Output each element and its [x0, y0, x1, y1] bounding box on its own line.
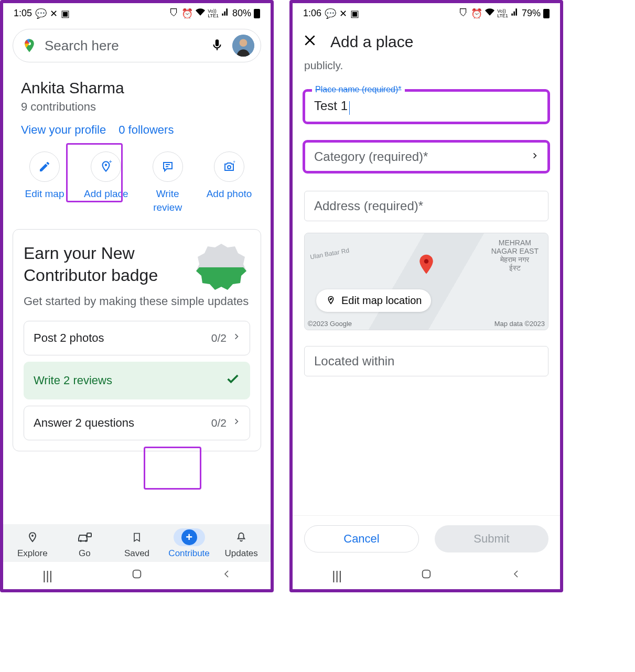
footer-buttons: Cancel Submit [293, 515, 560, 562]
chat-icon: 💬 [35, 8, 47, 19]
action-row: Edit map + Add place Write review + Add … [3, 142, 271, 220]
map-data-label: Map data ©2023 [494, 320, 545, 328]
map-copyright: ©2023 Google [308, 320, 352, 328]
add-photo-button[interactable]: + Add photo [203, 151, 255, 214]
map-pin-icon [417, 254, 435, 279]
add-place-header: Add a place [293, 23, 560, 59]
svg-point-8 [80, 540, 82, 542]
address-placeholder: Address (required)* [314, 199, 423, 213]
nav-saved[interactable]: Saved [114, 528, 159, 559]
google-maps-logo-icon [21, 38, 37, 53]
form-area: Place name (required)* Test 1 Category (… [293, 79, 560, 515]
highlight-add-place [66, 143, 123, 202]
profile-avatar[interactable] [232, 35, 254, 57]
nav-label: Updates [225, 548, 258, 559]
edit-location-label: Edit map location [341, 295, 422, 307]
submit-button[interactable]: Submit [435, 525, 548, 552]
map-preview[interactable]: Ulan Batar Rd MEHRAM NAGAR EAST मेहराम न… [304, 233, 548, 330]
category-placeholder: Category (required)* [314, 149, 428, 164]
edit-map-location-button[interactable]: Edit map location [316, 289, 431, 312]
battery-saver-icon: ⛉ [169, 8, 179, 19]
bell-icon [235, 531, 247, 544]
chat-icon: 💬 [325, 8, 336, 19]
edit-location-icon [326, 295, 336, 306]
home-icon[interactable] [131, 568, 143, 583]
write-review-label: Write review [142, 187, 193, 214]
svg-rect-10 [87, 533, 91, 537]
address-field[interactable]: Address (required)* [304, 191, 548, 221]
contributor-badge-icon [195, 241, 247, 294]
mic-icon[interactable] [210, 38, 225, 53]
svg-text:+: + [233, 160, 235, 165]
nav-label: Explore [17, 548, 48, 559]
chevron-right-icon [233, 416, 240, 430]
wifi-icon [485, 7, 494, 19]
search-placeholder: Search here [45, 38, 203, 54]
write-review-button[interactable]: Write review [142, 151, 193, 214]
header-title: Add a place [330, 33, 413, 51]
cancel-button[interactable]: Cancel [304, 525, 419, 552]
status-bar: 1:05 💬 ✕ ▣ ⛉ ⏰ Vo))LTE1 80% [3, 3, 271, 23]
status-time: 1:06 [303, 8, 321, 19]
system-nav: ||| [3, 562, 271, 589]
task-post-photos[interactable]: Post 2 photos 0/2 [24, 321, 250, 355]
nav-updates[interactable]: Updates [219, 528, 264, 559]
close-icon[interactable] [303, 34, 317, 51]
place-name-label: Place name (required)* [312, 85, 405, 94]
pin-icon [26, 531, 39, 544]
battery-pct: 80% [232, 8, 251, 19]
nav-go[interactable]: Go [62, 528, 107, 559]
task-answer-questions[interactable]: Answer 2 questions 0/2 [24, 406, 250, 440]
svg-point-2 [240, 39, 247, 47]
alarm-icon: ⏰ [181, 8, 193, 19]
followers-link[interactable]: 0 followers [119, 123, 174, 137]
check-icon [225, 372, 240, 389]
recents-icon[interactable]: ||| [42, 568, 52, 583]
missed-call-icon: ✕ [339, 8, 347, 19]
image-icon: ▣ [350, 8, 359, 19]
task-write-reviews[interactable]: Write 2 reviews [24, 362, 250, 399]
task-label: Answer 2 questions [34, 416, 134, 430]
nav-contribute[interactable]: + Contribute [167, 528, 212, 559]
svg-point-5 [228, 166, 231, 169]
battery-saver-icon: ⛉ [459, 8, 468, 19]
back-icon[interactable] [511, 568, 521, 583]
task-progress: 0/2 [211, 332, 227, 344]
search-bar[interactable]: Search here [13, 29, 261, 62]
battery-pct: 79% [522, 8, 541, 19]
svg-rect-13 [423, 570, 430, 578]
task-label: Post 2 photos [34, 331, 104, 345]
svg-point-9 [85, 540, 87, 542]
signal-icon [221, 8, 230, 19]
phone-left: 1:05 💬 ✕ ▣ ⛉ ⏰ Vo))LTE1 80% Search here [0, 0, 274, 592]
status-time: 1:05 [14, 8, 32, 19]
category-field[interactable]: Category (required)* [304, 142, 548, 172]
plus-icon: + [181, 529, 197, 545]
nav-explore[interactable]: Explore [10, 528, 55, 559]
back-icon[interactable] [222, 568, 231, 583]
help-text: publicly. [293, 59, 560, 79]
place-name-field[interactable]: Place name (required)* Test 1 [304, 91, 548, 123]
wifi-icon [196, 7, 205, 19]
located-within-field[interactable]: Located within [304, 346, 548, 376]
svg-point-7 [31, 535, 34, 537]
bookmark-icon [132, 531, 142, 544]
place-name-value: Test 1 [314, 99, 348, 113]
image-icon: ▣ [61, 8, 70, 19]
cancel-label: Cancel [343, 532, 379, 546]
map-area-label: MEHRAM NAGAR EAST मेहराम नगर ईस्ट [491, 239, 539, 272]
view-profile-link[interactable]: View your profile [21, 123, 106, 137]
recents-icon[interactable]: ||| [332, 568, 342, 583]
home-icon[interactable] [421, 568, 432, 583]
missed-call-icon: ✕ [50, 8, 58, 19]
alarm-icon: ⏰ [471, 8, 482, 19]
svg-rect-11 [133, 570, 141, 578]
signal-icon [511, 8, 519, 19]
volte-icon: Vo))LTE1 [497, 9, 508, 18]
chevron-right-icon [233, 331, 240, 345]
edit-map-button[interactable]: Edit map [19, 151, 70, 214]
nav-label: Saved [124, 548, 149, 559]
task-progress: 0/2 [211, 417, 227, 429]
located-within-placeholder: Located within [314, 354, 394, 368]
phone-right: 1:06 💬 ✕ ▣ ⛉ ⏰ Vo))LTE1 79% Add a place … [289, 0, 563, 592]
